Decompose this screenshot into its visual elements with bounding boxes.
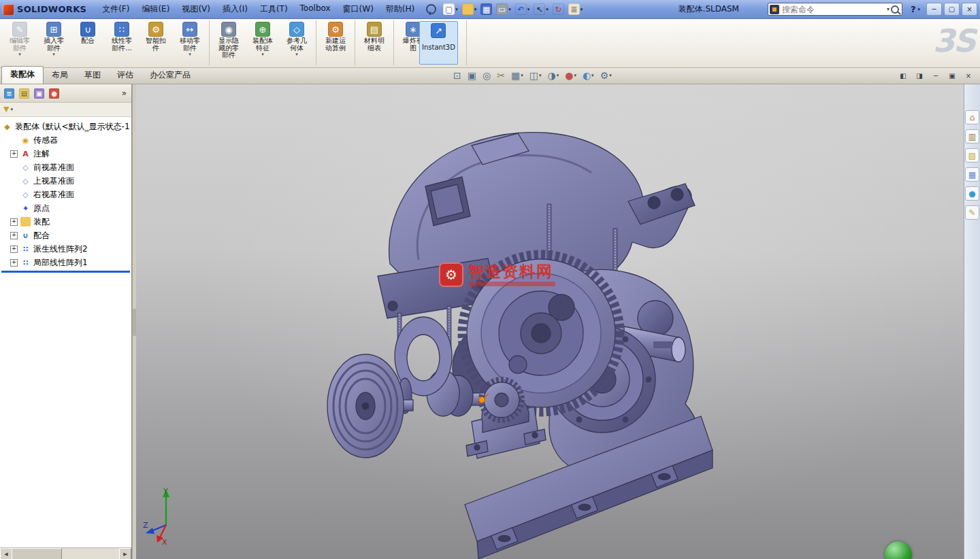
move-component-button[interactable]: ↔ 移动零 部件 ▾: [173, 20, 210, 65]
tree-item-mates[interactable]: + ∪ 配合: [0, 228, 131, 242]
edit-component-button[interactable]: ✎ 编辑零 部件 ▾: [3, 20, 37, 65]
gearbox-assembly-model[interactable]: [310, 102, 827, 559]
menu-item[interactable]: 帮助(H): [380, 1, 421, 17]
scroll-thumb[interactable]: [12, 548, 62, 559]
propertymanager-tab[interactable]: ▤: [18, 87, 31, 100]
expand-icon[interactable]: +: [10, 245, 18, 253]
previous-view-icon[interactable]: ◎ ▾: [481, 69, 492, 82]
menu-item[interactable]: 窗口(W): [337, 1, 380, 17]
menu-item[interactable]: 插入(I): [216, 1, 254, 17]
dropdown-arrow-icon: ▾: [189, 52, 191, 57]
insert-components-button[interactable]: ⊞ 插入零 部件 ▾: [37, 20, 71, 65]
new-motion-study-button[interactable]: ⚙ 新建运 动算例 ▾: [318, 20, 355, 65]
search-icon[interactable]: [889, 4, 900, 15]
file-properties-icon[interactable]: ≣ ▾: [567, 3, 585, 16]
minimize-button[interactable]: ─: [926, 3, 942, 16]
display-style-icon[interactable]: ◫ ▾: [528, 69, 543, 82]
hide-show-items-icon[interactable]: ◑ ▾: [546, 69, 560, 82]
linear-component-pattern-button[interactable]: ∷ 线性零 部件... ▾: [105, 20, 139, 65]
tree-root-assembly[interactable]: ◆ 装配体 (默认<默认_显示状态-1: [0, 120, 131, 133]
rebuild-icon[interactable]: ↻ ▾: [551, 3, 566, 16]
tree-item-local-linear-pattern[interactable]: + ∷ 局部线性阵列1: [0, 256, 131, 269]
tree-item-icon: ∪: [20, 231, 31, 240]
expand-icon[interactable]: +: [10, 150, 18, 158]
close-button[interactable]: ×: [962, 3, 977, 16]
dropdown-arrow-icon: ▾: [474, 7, 477, 12]
rollback-bar[interactable]: [1, 271, 130, 273]
view-palette-icon[interactable]: ▦: [965, 167, 979, 182]
doc-restore-button[interactable]: ▣: [946, 71, 958, 81]
apply-scene-icon[interactable]: ◐ ▾: [581, 69, 595, 82]
tree-item-sensors[interactable]: + ◉ 传感器: [0, 133, 131, 147]
help-dropdown-icon[interactable]: ▾: [917, 7, 920, 12]
bill-of-materials-button[interactable]: ▤ 材料明 细表 ▾: [357, 20, 394, 65]
mate-button[interactable]: ∪ 配合 ▾: [71, 20, 105, 65]
menu-item[interactable]: 工具(T): [254, 1, 294, 17]
design-library-icon[interactable]: ▥: [965, 129, 979, 143]
tree-item-derived-linear-pattern[interactable]: + ∷ 派生线性阵列2: [0, 242, 131, 256]
panel-horizontal-scrollbar[interactable]: ◀ ▶: [0, 547, 131, 559]
displaymanager-tab[interactable]: ●: [48, 87, 61, 100]
search-scope-icon[interactable]: [770, 5, 779, 14]
scroll-left-button[interactable]: ◀: [0, 548, 12, 559]
tree-item-top-plane[interactable]: + ◇ 上视基准面: [0, 174, 131, 188]
show-hidden-components-button[interactable]: ◉ 显示隐 藏的零 部件 ▾: [212, 20, 246, 65]
tree-item-right-plane[interactable]: + ◇ 右视基准面: [0, 188, 131, 201]
tree-item-origin[interactable]: + ⌖ 原点: [0, 201, 131, 215]
search-input[interactable]: [779, 5, 887, 14]
commandmanager-tab[interactable]: 装配体: [1, 66, 44, 84]
zoom-fit-icon[interactable]: ⊡ ▾: [452, 69, 463, 82]
scroll-right-button[interactable]: ▶: [119, 548, 131, 559]
solidworks-logo-icon: [3, 4, 14, 15]
instant3d-button[interactable]: ↗ Instant3D: [419, 21, 458, 65]
section-view-icon[interactable]: ✂ ▾: [495, 69, 506, 82]
tree-item-annotations[interactable]: + A 注解: [0, 147, 131, 160]
commandmanager-tab[interactable]: 布局: [44, 67, 76, 84]
menu-item[interactable]: 文件(F): [96, 1, 135, 17]
help-button[interactable]: ?: [911, 4, 916, 14]
menu-item[interactable]: Toolbox: [294, 1, 337, 17]
doc-close-button[interactable]: ×: [962, 71, 975, 81]
reference-geometry-button[interactable]: ◇ 参考几 何体 ▾: [280, 20, 316, 65]
appearances-icon[interactable]: ●: [965, 186, 979, 201]
zoom-area-icon[interactable]: ▣ ▾: [466, 69, 478, 82]
tree-item-icon: [20, 217, 31, 226]
dock-left-button[interactable]: ◧: [897, 71, 909, 81]
panel-chevron[interactable]: »: [120, 88, 129, 98]
new-document-icon[interactable]: ▢ ▾: [442, 3, 459, 16]
expand-icon[interactable]: +: [10, 218, 18, 226]
assembly-features-button[interactable]: ⊕ 装配体 特征 ▾: [246, 20, 280, 65]
commandmanager-tab[interactable]: 草图: [76, 67, 109, 84]
graphics-area[interactable]: ⚙ 智造资料网 Y Z X: [136, 84, 964, 559]
expand-icon[interactable]: +: [10, 232, 18, 239]
select-icon[interactable]: ↖ ▾: [532, 3, 550, 16]
view-orientation-icon[interactable]: ▦ ▾: [510, 69, 525, 82]
doc-minimize-button[interactable]: ─: [930, 71, 942, 81]
task-pane: ⌂ ▥ ▨ ▦ ● ✎: [964, 84, 980, 559]
expand-icon[interactable]: +: [10, 259, 18, 267]
view-settings-icon[interactable]: ⚙ ▾: [599, 69, 613, 82]
menu-item[interactable]: 视图(V): [176, 1, 216, 17]
maximize-button[interactable]: ▢: [944, 3, 960, 16]
commandmanager-tab[interactable]: 办公室产品: [142, 67, 199, 84]
file-explorer-icon[interactable]: ▨: [965, 148, 979, 163]
menu-item[interactable]: 编辑(E): [135, 1, 176, 17]
tree-item-front-plane[interactable]: + ◇ 前视基准面: [0, 160, 131, 174]
custom-properties-icon[interactable]: ✎: [965, 205, 979, 220]
print-icon[interactable]: ▭ ▾: [495, 3, 512, 16]
configurationmanager-tab[interactable]: ▣: [33, 87, 46, 100]
commandmanager-tab[interactable]: 评估: [109, 67, 142, 84]
dock-right-button[interactable]: ◨: [913, 71, 926, 81]
save-icon[interactable]: ▦ ▾: [479, 3, 493, 16]
performance-orb-icon[interactable]: [885, 541, 912, 559]
featuremanager-tab[interactable]: ≣: [3, 87, 16, 100]
manager-tabs: ≣ ▤ ▣ ●: [3, 87, 63, 100]
open-icon[interactable]: ▾: [461, 3, 478, 16]
smart-fasteners-button[interactable]: ⚙ 智能扣 件 ▾: [139, 20, 173, 65]
menu-pin-icon[interactable]: [426, 4, 436, 14]
filter-icon[interactable]: ▼: [3, 105, 9, 114]
home-icon[interactable]: ⌂: [965, 110, 979, 124]
tree-item-assembly-folder[interactable]: + 装配: [0, 215, 131, 228]
undo-icon[interactable]: ↶ ▾: [514, 3, 532, 16]
edit-appearance-icon[interactable]: ● ▾: [564, 69, 578, 82]
